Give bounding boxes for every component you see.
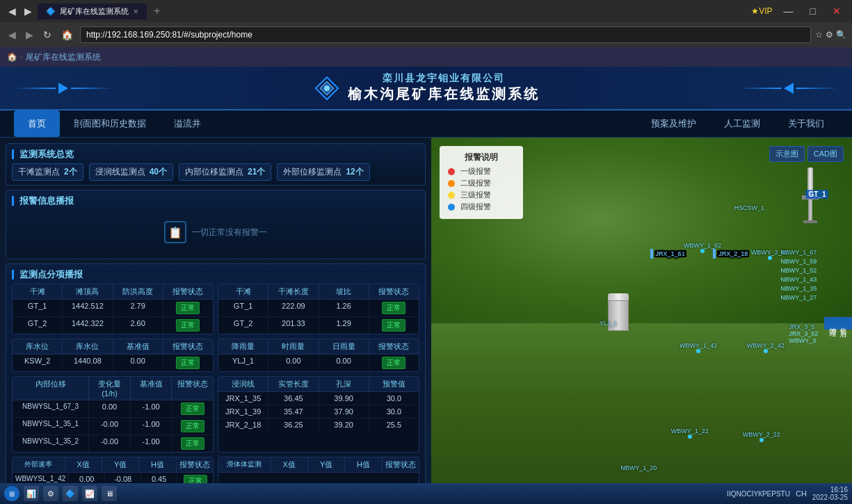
nav-home[interactable]: 🏠 — [58, 28, 76, 42]
table-row: GT_1 222.09 1.26 正常 — [218, 300, 419, 317]
legend-dot-4 — [448, 204, 455, 211]
browser-forward-btn[interactable]: ▶ — [22, 4, 35, 18]
svg-point-2 — [324, 86, 330, 91]
nav-item-manual[interactable]: 人工监测 — [710, 111, 774, 137]
th1-col1: 干滩 — [13, 284, 63, 299]
nav-forward[interactable]: ▶ — [23, 28, 36, 42]
legend-item-4: 四级报警 — [448, 202, 515, 212]
legend-title: 报警说明 — [448, 152, 515, 163]
taskbar-start-btn[interactable]: ⊞ — [4, 486, 19, 501]
cad-btn[interactable]: CAD图 — [807, 146, 844, 162]
table-row: GT_1 1442.512 2.79 正常 — [13, 300, 213, 317]
logo-diamond — [313, 74, 341, 102]
table2-header: 干滩 干滩长度 坡比 报警状态 — [218, 284, 419, 300]
taskbar-time: 16:16 2022-03-25 — [812, 486, 848, 501]
bookmark-star[interactable]: ☆ — [815, 30, 823, 40]
vip-badge: ★VIP — [751, 6, 772, 16]
taskbar-app-4[interactable]: 📈 — [82, 486, 97, 501]
data-section: 监测点分项播报 干滩 滩顶高 防洪高度 报警状态 GT_1 — [6, 263, 426, 504]
taskbar-app-3[interactable]: 🔷 — [63, 486, 78, 501]
alert-info-title: 报警信息播报 — [12, 195, 419, 207]
nav-item-overflow[interactable]: 溢流井 — [160, 111, 215, 137]
table-row: JRX_2_18 36.25 39.20 25.5 — [218, 418, 419, 431]
wbwy1-22-marker[interactable]: WBWY_1_22 — [671, 428, 709, 439]
new-tab-btn[interactable]: + — [150, 5, 164, 17]
data-grid-row2: 库水位 库水位 基准值 报警状态 KSW_2 1440.08 0.00 正常 — [12, 339, 419, 372]
left-panel: 监测系统总览 干滩监测点 2个 浸润线监测点 40个 内部位移监测点 21个 — [0, 138, 431, 504]
preview-btn[interactable]: 示意图 — [769, 146, 805, 162]
marker-jrx1-6[interactable]: JRX_1_6 — [650, 249, 683, 259]
taskbar-app-5[interactable]: 🖥 — [102, 486, 117, 501]
table4-header: 降雨量 时雨量 日雨量 报警状态 — [218, 339, 419, 355]
legend-item-2: 二级报警 — [448, 178, 515, 188]
data-grid-row3: 内部位移 变化量(1/h) 基准值 报警状态 NBWYSL_1_67_3 0.0… — [12, 376, 419, 453]
seepage-table: 浸润线 实管长度 孔深 预警值 JRX_1_35 36.45 39.90 30.… — [218, 376, 419, 453]
table-row: NBWYSL_1_35_1 -0.00 -1.00 正常 — [13, 418, 213, 435]
table-row: YLJ_1 0.00 0.00 正常 — [218, 355, 419, 371]
monitor-stats: 干滩监测点 2个 浸润线监测点 40个 内部位移监测点 21个 外部位移监测点 … — [12, 163, 419, 181]
stat-dry-beach: 干滩监测点 2个 — [12, 163, 83, 181]
alert-legend: 报警说明 一级报警 二级报警 三级报警 四级报 — [440, 146, 523, 219]
marker-jrx2-18[interactable]: JRX_2_18 — [713, 249, 749, 259]
breadcrumb-home[interactable]: 🏠 — [7, 52, 17, 62]
gt1-marker[interactable]: GT_1 — [805, 190, 828, 199]
table3-header: 库水位 库水位 基准值 报警状态 — [13, 339, 213, 355]
nav-item-plan[interactable]: 预案及维护 — [637, 111, 710, 137]
hscsw-marker[interactable]: HSCSW_1 — [734, 204, 765, 211]
monitoring-overview-section: 监测系统总览 干滩监测点 2个 浸润线监测点 40个 内部位移监测点 21个 — [6, 143, 426, 186]
wbwy2-42-marker[interactable]: WBWY_2_42 — [747, 342, 785, 353]
table-row: JRX_1_35 36.45 39.90 30.0 — [218, 392, 419, 405]
side-buttons: 售后管理 — [824, 317, 852, 330]
taskbar-app-2[interactable]: ⚙ — [43, 486, 58, 501]
wbwy2-22-marker[interactable]: WBWY_2_22 — [743, 431, 780, 442]
taskbar-app-1[interactable]: 📊 — [24, 486, 39, 501]
stat-internal-disp: 内部位移监测点 21个 — [179, 163, 271, 181]
ylj1-marker[interactable]: YLJ_1 — [600, 320, 618, 327]
browser-tab-active[interactable]: 🔷 尾矿库在线监测系统 ✕ — [38, 3, 147, 19]
alert-status-text: 一切正常没有报警一 — [192, 227, 267, 238]
header-logo-area: 栾川县龙宇钼业有限公司 榆木沟尾矿库在线监测系统 — [313, 72, 540, 104]
ext-icon2[interactable]: 🔍 — [836, 30, 846, 40]
nav-item-about[interactable]: 关于我们 — [774, 111, 838, 137]
table-row: KSW_2 1440.08 0.00 正常 — [13, 355, 213, 371]
table-row: JRX_1_39 35.47 37.90 30.0 — [218, 405, 419, 418]
header-deco-left — [14, 83, 113, 94]
taskbar-ch: CH — [796, 489, 807, 498]
win-max-btn[interactable]: □ — [805, 4, 821, 18]
browser-bookmarks: ☆ ⚙ 🔍 — [815, 30, 846, 40]
legend-item-3: 三级报警 — [448, 190, 515, 200]
legend-dot-2 — [448, 180, 455, 187]
legend-dot-1 — [448, 168, 455, 175]
win-min-btn[interactable]: — — [778, 4, 799, 18]
terrain-bottom — [431, 323, 852, 504]
after-sale-btn[interactable]: 售后管理 — [824, 317, 852, 330]
breadcrumb-sep: › — [20, 52, 23, 62]
tab-close-btn[interactable]: ✕ — [133, 8, 138, 15]
right-panel: 报警说明 一级报警 二级报警 三级报警 四级报 — [431, 138, 852, 504]
breadcrumb-label: 尾矿库在线监测系统 — [26, 51, 101, 63]
rainfall-table: 降雨量 时雨量 日雨量 报警状态 YLJ_1 0.00 0.00 正常 — [218, 339, 419, 372]
browser-controls: ★VIP — □ ✕ — [751, 4, 846, 18]
browser-back-btn[interactable]: ◀ — [6, 4, 19, 18]
legend-dot-3 — [448, 192, 455, 199]
table-row: GT_2 1442.322 2.60 正常 — [13, 317, 213, 334]
nav-item-profile[interactable]: 剖面图和历史数据 — [60, 111, 160, 137]
nav-item-home[interactable]: 首页 — [14, 111, 60, 137]
ext-icon1[interactable]: ⚙ — [826, 30, 833, 40]
dry-beach-table2: 干滩 干滩长度 坡比 报警状态 GT_1 222.09 1.26 正常 — [218, 284, 419, 334]
taskbar-right: IIQNOCIYКРЕPSTU CH 16:16 2022-03-25 — [727, 486, 848, 501]
stat-external-disp: 外部位移监测点 12个 — [277, 163, 369, 181]
jrx3-marker[interactable]: JRX_3_5 JRX_3_52 WBWY_3 — [789, 323, 818, 344]
alert-content: 📋 一切正常没有报警一 — [12, 210, 419, 254]
nbwy-20-marker[interactable]: NBWY_1_20 — [620, 464, 657, 471]
wbwy1-42-marker2[interactable]: WBWY_1_42 — [680, 342, 717, 353]
data-section-title: 监测点分项播报 — [12, 268, 419, 281]
company-name: 栾川县龙宇钼业有限公司 — [348, 72, 540, 85]
table-row: GT_2 201.33 1.29 正常 — [218, 317, 419, 334]
stat-seepage: 浸润线监测点 40个 — [89, 163, 173, 181]
nav-refresh[interactable]: ↻ — [40, 28, 54, 42]
th1-col3: 防洪高度 — [113, 284, 163, 299]
nav-back[interactable]: ◀ — [6, 28, 19, 42]
win-close-btn[interactable]: ✕ — [827, 4, 846, 18]
address-input[interactable] — [80, 26, 811, 43]
